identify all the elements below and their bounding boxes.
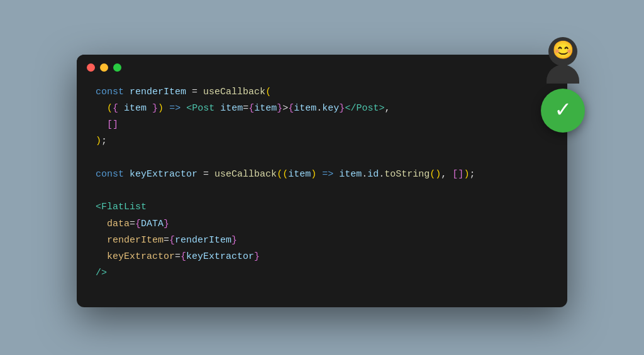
- code-editor: const renderItem = useCallback( ({ item …: [77, 78, 567, 288]
- close-button[interactable]: [87, 63, 95, 72]
- code-line-10: renderItem={renderItem}: [96, 232, 548, 249]
- checkmark-icon: ✓: [556, 99, 570, 123]
- code-line-6: const keyExtractor = useCallback((item) …: [96, 167, 548, 183]
- avatar-body: [547, 65, 579, 84]
- code-window: const renderItem = useCallback( ({ item …: [77, 55, 567, 307]
- code-line-5-empty: [96, 150, 548, 167]
- code-line-12: />: [96, 265, 548, 281]
- avatar-head: 😊: [548, 37, 577, 66]
- code-line-2: ({ item }) => <Post item={item}>{item.ke…: [96, 101, 548, 117]
- minimize-button[interactable]: [100, 63, 108, 72]
- check-badge: ✓: [541, 89, 585, 133]
- code-line-1: const renderItem = useCallback(: [96, 84, 548, 101]
- code-line-9: data={DATA}: [96, 216, 548, 232]
- avatar-wrapper: 😊 ✓: [541, 37, 585, 133]
- traffic-lights: [87, 63, 121, 72]
- avatar-face: 😊: [552, 43, 574, 60]
- code-line-11: keyExtractor={keyExtractor}: [96, 249, 548, 265]
- title-bar: [77, 55, 567, 78]
- code-line-7-empty: [96, 183, 548, 199]
- window-wrapper: const renderItem = useCallback( ({ item …: [77, 55, 567, 307]
- code-line-4: );: [96, 133, 548, 150]
- maximize-button[interactable]: [113, 63, 121, 72]
- code-line-3: []: [96, 117, 548, 133]
- code-line-8: <FlatList: [96, 199, 548, 216]
